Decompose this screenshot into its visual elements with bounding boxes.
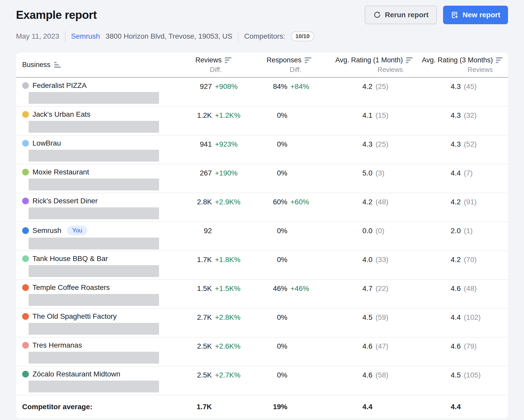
table-row: Rick's Dessert Diner 2.8K+2.9K% 60%+60% … — [16, 193, 508, 222]
table-row: Temple Coffee Roasters 1.5K+1.5K% 46%+46… — [16, 280, 508, 309]
reviews-cell: 1.7K+1.8K% — [180, 251, 246, 279]
competitors-count-badge: 10/10 — [291, 31, 314, 41]
refresh-icon — [373, 11, 381, 19]
address-placeholder-bar — [29, 179, 159, 190]
table-row: Tres Hermanas 2.5K+2.6K% 0% 4.6(47) 4.6(… — [16, 338, 508, 366]
column-header-avg-rating-1-month[interactable]: Avg. Rating (1 Month) Reviews — [331, 56, 417, 74]
business-cell: LowBrau — [16, 136, 180, 164]
business-name: Tank House BBQ & Bar — [32, 255, 108, 263]
rating-1-month-cell: 4.6(58) — [331, 366, 417, 395]
rerun-report-label: Rerun report — [385, 11, 429, 19]
business-cell: Zócalo Restaurant Midtown — [16, 366, 180, 395]
footer-reviews-avg: 1.7K — [180, 403, 246, 411]
business-name: Semrush — [32, 226, 61, 235]
rerun-report-button[interactable]: Rerun report — [365, 6, 437, 24]
business-name: Moxie Restaurant — [32, 168, 89, 176]
business-cell: Tres Hermanas — [16, 338, 180, 366]
responses-cell: 0% — [246, 136, 331, 164]
table-row: LowBrau 941+923% 0% 4.3(25) 4.3(52) — [16, 136, 508, 164]
business-name: Tres Hermanas — [32, 341, 82, 349]
rating-1-month-cell: 4.0(33) — [331, 251, 417, 279]
business-cell: Semrush You — [16, 222, 180, 250]
responses-cell: 0% — [246, 107, 331, 135]
responses-cell: 0% — [246, 309, 331, 337]
rating-1-month-cell: 4.2(48) — [331, 193, 417, 222]
business-color-dot — [22, 198, 29, 204]
address-placeholder-bar — [29, 238, 159, 249]
rating-3-months-cell: 2.0(1) — [417, 222, 508, 250]
responses-cell: 0% — [246, 251, 331, 279]
footer-rating-1m-avg: 4.4 — [331, 403, 417, 411]
address-placeholder-bar — [29, 265, 159, 277]
rating-1-month-cell: 4.7(22) — [331, 280, 417, 308]
new-report-label: New report — [463, 11, 500, 19]
column-header-reviews[interactable]: Reviews Diff. — [180, 56, 246, 74]
reviews-cell: 1.5K+1.5K% — [180, 280, 246, 308]
business-name: LowBrau — [32, 139, 61, 147]
business-name: Temple Coffee Roasters — [32, 283, 110, 292]
sort-descending-icon — [305, 57, 311, 63]
table-row: Federalist PIZZA 927+908% 84%+84% 4.2(25… — [16, 78, 508, 107]
footer-rating-3m-avg: 4.4 — [417, 403, 508, 411]
rating-1-month-cell: 4.2(25) — [331, 78, 417, 106]
address-placeholder-bar — [29, 92, 159, 104]
column-sublabel: Diff. — [267, 66, 301, 74]
vertical-divider — [65, 31, 65, 42]
sort-descending-icon — [225, 57, 231, 63]
table-row: Moxie Restaurant 267+190% 0% 5.0(3) 4.4(… — [16, 164, 508, 193]
column-header-responses[interactable]: Responses Diff. — [246, 56, 331, 74]
column-label: Avg. Rating (3 Months) — [422, 56, 493, 64]
column-header-avg-rating-3-months[interactable]: Avg. Rating (3 Months) Reviews — [417, 56, 508, 74]
rating-1-month-cell: 5.0(3) — [331, 164, 417, 193]
reviews-cell: 941+923% — [180, 136, 246, 164]
column-sublabel: Diff. — [195, 66, 222, 74]
address-placeholder-bar — [29, 150, 159, 162]
address-placeholder-bar — [29, 352, 159, 364]
rating-3-months-cell: 4.3(52) — [417, 136, 508, 164]
column-label: Business — [22, 61, 51, 69]
table-row: Zócalo Restaurant Midtown 2.5K+2.7K% 0% … — [16, 366, 508, 395]
report-date: May 11, 2023 — [16, 32, 59, 40]
business-cell: The Old Spaghetti Factory — [16, 309, 180, 337]
rating-1-month-cell: 4.3(25) — [331, 136, 417, 164]
header-actions: Rerun report New report — [365, 6, 508, 24]
business-color-dot — [22, 111, 29, 118]
business-color-dot — [22, 342, 29, 349]
rating-3-months-cell: 4.5(105) — [417, 366, 508, 395]
rating-3-months-cell: 4.6(79) — [417, 338, 508, 366]
new-report-button[interactable]: New report — [443, 6, 508, 24]
report-page: Example report Rerun report — [0, 6, 524, 418]
sort-ascending-icon — [54, 62, 61, 68]
address-placeholder-bar — [29, 381, 159, 392]
column-header-business[interactable]: Business — [16, 61, 180, 69]
responses-cell: 0% — [246, 338, 331, 366]
column-label: Reviews — [195, 56, 222, 64]
business-link[interactable]: Semrush — [71, 32, 100, 40]
column-sublabel: Reviews — [422, 66, 493, 74]
reviews-cell: 1.2K+1.2K% — [180, 107, 246, 135]
business-color-dot — [22, 255, 29, 262]
reviews-cell: 2.5K+2.6K% — [180, 338, 246, 366]
rating-3-months-cell: 4.3(45) — [417, 78, 508, 106]
rating-1-month-cell: 0.0(0) — [331, 222, 417, 250]
reviews-cell: 927+908% — [180, 78, 246, 106]
rating-3-months-cell: 4.4(7) — [417, 164, 508, 193]
report-header: Example report Rerun report — [16, 6, 508, 24]
business-color-dot — [22, 169, 29, 175]
rating-1-month-cell: 4.6(47) — [331, 338, 417, 366]
you-badge: You — [67, 226, 87, 235]
table-footer-row: Competitor average: 1.7K 19% 4.4 4.4 — [16, 395, 508, 418]
column-label: Responses — [267, 56, 301, 64]
business-name: Rick's Dessert Diner — [32, 197, 98, 205]
responses-cell: 0% — [246, 164, 331, 193]
rating-1-month-cell: 4.5(59) — [331, 309, 417, 337]
reviews-cell: 2.5K+2.7K% — [180, 366, 246, 395]
report-subheader: May 11, 2023 Semrush 3800 Horizon Blvd, … — [16, 31, 508, 42]
rating-1-month-cell: 4.1(15) — [331, 107, 417, 135]
reviews-cell: 267+190% — [180, 164, 246, 193]
business-cell: Federalist PIZZA — [16, 78, 180, 106]
rating-3-months-cell: 4.3(32) — [417, 107, 508, 135]
responses-cell: 84%+84% — [246, 78, 331, 106]
business-color-dot — [22, 284, 29, 291]
competitors-label: Competitors: — [244, 32, 285, 40]
